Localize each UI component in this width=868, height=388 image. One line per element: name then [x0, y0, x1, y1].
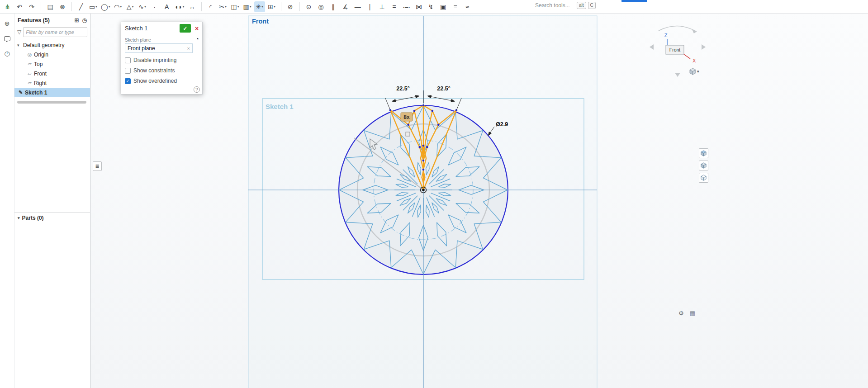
- graphics-area[interactable]: FrontSketch 18x22.5°22.5°Ø2.9: [90, 14, 868, 388]
- tree-item-sketch-1[interactable]: ✎Sketch 1: [14, 88, 90, 97]
- close-icon: ×: [195, 25, 199, 32]
- help-icon[interactable]: ?: [194, 86, 200, 93]
- clear-selection-icon[interactable]: ×: [187, 46, 190, 51]
- sketch-plane-field[interactable]: Front plane ×: [125, 43, 193, 53]
- left-rail: ⊕ ◷: [0, 14, 14, 388]
- feature-filter-input[interactable]: [23, 27, 87, 37]
- insert-image-icon[interactable]: ⊛: [57, 1, 68, 12]
- rename-features-icon[interactable]: ⊞: [74, 17, 79, 24]
- insert-glyph: ⊕: [5, 20, 10, 27]
- rotate-arc-arrow-icon[interactable]: [692, 29, 697, 33]
- right-dock: [699, 148, 708, 183]
- angle-dimension-left: 22.5°: [396, 85, 409, 92]
- pie-menu-icon[interactable]: ◔: [195, 35, 199, 43]
- right-dock-button-2[interactable]: [699, 161, 708, 170]
- text-tool-icon[interactable]: A: [161, 1, 172, 12]
- rotate-left-arrow-icon[interactable]: [650, 44, 654, 50]
- symmetric-constraint-icon[interactable]: ⋈: [413, 1, 424, 12]
- arc-tool-icon[interactable]: ◠▾: [113, 1, 123, 12]
- confirm-sketch-button[interactable]: ✓: [180, 24, 191, 33]
- insert-table-icon[interactable]: ⊞▾: [266, 1, 277, 12]
- midpoint-constraint-icon[interactable]: ·–·: [401, 1, 412, 12]
- help-glyph: ?: [195, 87, 198, 92]
- horizontal-constraint-icon[interactable]: —: [352, 1, 363, 12]
- top-toolbar: ⋔↶↷▤⊛╱▭▾◯▾◠▾△▾∿▾·A◖◗▾↔◜✂▾◫▾▥▾✳▾⊞▾⊘⊙◎∥∡—|…: [0, 0, 868, 14]
- linear-pattern-icon[interactable]: ▥▾: [242, 1, 253, 12]
- insert-new-item-icon[interactable]: ⊕: [3, 19, 12, 28]
- settings-gear-icon[interactable]: ⚙: [678, 310, 684, 317]
- perpendicular-constraint-icon[interactable]: ⊥: [377, 1, 388, 12]
- pattern-constraint-icon[interactable]: ▣: [438, 1, 449, 12]
- sketch-viewport[interactable]: FrontSketch 18x22.5°22.5°Ø2.9: [90, 14, 868, 388]
- top-icon: ▱: [26, 61, 33, 67]
- rotate-right-arrow-icon[interactable]: [702, 44, 706, 50]
- checkbox-show-overdefined[interactable]: ✓Show overdefined: [125, 78, 199, 84]
- dimension-tool-icon[interactable]: ↔: [187, 1, 198, 12]
- view-options-button[interactable]: ▾: [689, 68, 699, 75]
- feature-history-icon[interactable]: ◷: [82, 17, 87, 24]
- x-axis-label: X: [693, 58, 696, 63]
- checkbox-disable-imprinting[interactable]: Disable imprinting: [125, 57, 199, 63]
- offset-constraint-icon[interactable]: ≡: [450, 1, 461, 12]
- features-panel-title: Features (5): [18, 17, 50, 24]
- rectangle-tool-icon[interactable]: ▭▾: [88, 1, 99, 12]
- parallel-constraint-icon[interactable]: ∥: [328, 1, 339, 12]
- equal-constraint-icon[interactable]: =: [389, 1, 400, 12]
- cancel-sketch-button[interactable]: ×: [193, 24, 201, 33]
- comment-icon[interactable]: [3, 34, 12, 43]
- sketch-plane-label: Sketch plane: [125, 38, 199, 43]
- tangent-constraint-icon[interactable]: ∡: [340, 1, 351, 12]
- parts-section-title: Parts (0): [22, 215, 44, 221]
- undo-icon[interactable]: ↶: [14, 1, 25, 12]
- checkbox-show-constraints[interactable]: Show constraints: [125, 67, 199, 74]
- rotate-arc-icon[interactable]: [659, 26, 697, 32]
- right-dock-button-1[interactable]: [699, 148, 708, 158]
- parts-section-header[interactable]: ▾ Parts (0): [14, 212, 90, 223]
- features-empty-area: [14, 104, 90, 212]
- right-icon: ▱: [26, 80, 33, 86]
- tree-item-top[interactable]: ▱Top: [14, 59, 90, 69]
- feature-list-popout-button[interactable]: ≣: [93, 161, 102, 171]
- cropped-blue-button[interactable]: [621, 0, 647, 2]
- mirror-tool-icon[interactable]: ◫▾: [230, 1, 241, 12]
- rotate-down-arrow-icon[interactable]: [675, 73, 680, 77]
- features-panel-header: Features (5) ⊞ ◷: [14, 14, 90, 27]
- sketch-dialog-title: Sketch 1: [125, 25, 180, 32]
- trim-tool-icon[interactable]: ✂▾: [218, 1, 228, 12]
- history-glyph: ◷: [4, 50, 9, 57]
- circle-tool-icon[interactable]: ◯▾: [100, 1, 111, 12]
- slot-tool-icon[interactable]: ◖◗▾: [174, 1, 185, 12]
- dialog-checkboxes: Disable imprintingShow constraints✓Show …: [125, 57, 199, 84]
- tree-item-default-geometry[interactable]: ▾Default geometry: [14, 40, 90, 50]
- vertical-constraint-icon[interactable]: |: [365, 1, 375, 12]
- right-dock-button-3[interactable]: [699, 173, 708, 183]
- chevron-down-icon: ▾: [697, 69, 699, 74]
- svg-text:8x: 8x: [403, 114, 410, 120]
- fillet-tool-icon[interactable]: ◜: [205, 1, 216, 12]
- search-tools-box: alt C: [535, 2, 596, 9]
- feature-tree: ▾Default geometry◎Origin▱Top▱Front▱Right…: [14, 40, 90, 97]
- sketch-1-icon: ✎: [17, 90, 24, 95]
- version-tree-icon[interactable]: ⋔: [2, 1, 13, 12]
- line-tool-icon[interactable]: ╱: [76, 1, 86, 12]
- search-tools-input[interactable]: [535, 2, 575, 9]
- grid-settings-icon[interactable]: ▦: [690, 310, 695, 317]
- sketch-region-label: Sketch 1: [266, 103, 294, 110]
- history-icon[interactable]: ◷: [3, 49, 12, 58]
- shortcut-alt-badge: alt: [577, 2, 586, 9]
- spline-tool-icon[interactable]: ∿▾: [137, 1, 148, 12]
- tree-item-right[interactable]: ▱Right: [14, 78, 90, 88]
- erase-tool-icon[interactable]: ⊘: [285, 1, 296, 12]
- redo-icon[interactable]: ↷: [26, 1, 37, 12]
- polygon-tool-icon[interactable]: △▾: [125, 1, 136, 12]
- tree-item-front[interactable]: ▱Front: [14, 69, 90, 78]
- circular-pattern-icon[interactable]: ✳▾: [254, 1, 265, 12]
- point-tool-icon[interactable]: ·: [149, 1, 160, 12]
- concentric-constraint-icon[interactable]: ◎: [316, 1, 327, 12]
- fix-constraint-icon[interactable]: ↯: [426, 1, 436, 12]
- drawing-icon[interactable]: ▤: [45, 1, 56, 12]
- toolbar-separator: [201, 2, 202, 11]
- coincident-constraint-icon[interactable]: ⊙: [304, 1, 314, 12]
- tree-item-origin[interactable]: ◎Origin: [14, 50, 90, 59]
- curvature-constraint-icon[interactable]: ≈: [462, 1, 473, 12]
